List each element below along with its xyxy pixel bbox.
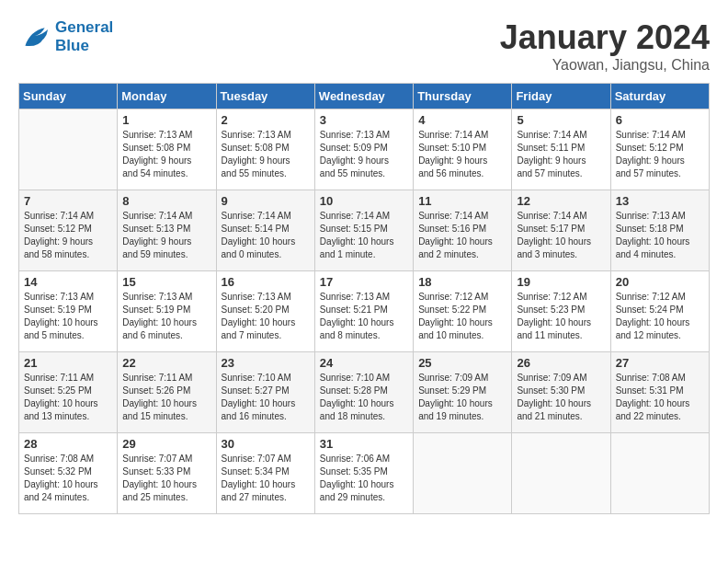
day-number: 2 <box>222 113 310 127</box>
day-number: 14 <box>24 275 112 289</box>
calendar-cell: 12Sunrise: 7:14 AM Sunset: 5:17 PM Dayli… <box>512 190 610 271</box>
day-number: 26 <box>517 356 605 370</box>
day-number: 12 <box>517 194 605 208</box>
day-number: 1 <box>122 113 210 127</box>
calendar-cell: 14Sunrise: 7:13 AM Sunset: 5:19 PM Dayli… <box>19 271 118 352</box>
day-info: Sunrise: 7:14 AM Sunset: 5:16 PM Dayligh… <box>418 210 506 261</box>
calendar-cell: 29Sunrise: 7:07 AM Sunset: 5:33 PM Dayli… <box>118 433 216 514</box>
day-info: Sunrise: 7:10 AM Sunset: 5:28 PM Dayligh… <box>320 372 408 423</box>
day-info: Sunrise: 7:13 AM Sunset: 5:18 PM Dayligh… <box>616 210 704 261</box>
day-number: 10 <box>320 194 408 208</box>
day-info: Sunrise: 7:06 AM Sunset: 5:35 PM Dayligh… <box>320 453 408 504</box>
day-info: Sunrise: 7:14 AM Sunset: 5:12 PM Dayligh… <box>24 210 112 261</box>
day-info: Sunrise: 7:12 AM Sunset: 5:24 PM Dayligh… <box>616 291 704 342</box>
day-number: 28 <box>24 437 112 451</box>
day-number: 24 <box>320 356 408 370</box>
calendar-cell: 31Sunrise: 7:06 AM Sunset: 5:35 PM Dayli… <box>314 433 413 514</box>
calendar-cell: 28Sunrise: 7:08 AM Sunset: 5:32 PM Dayli… <box>19 433 118 514</box>
calendar-cell <box>512 433 610 514</box>
weekday-header-monday: Monday <box>118 84 216 109</box>
calendar-cell: 3Sunrise: 7:13 AM Sunset: 5:09 PM Daylig… <box>314 109 413 190</box>
day-number: 30 <box>222 437 310 451</box>
calendar-cell: 16Sunrise: 7:13 AM Sunset: 5:20 PM Dayli… <box>216 271 314 352</box>
weekday-header-saturday: Saturday <box>610 84 709 109</box>
calendar-title-block: January 2024 Yaowan, Jiangsu, China <box>500 18 710 74</box>
calendar-cell: 4Sunrise: 7:14 AM Sunset: 5:10 PM Daylig… <box>414 109 512 190</box>
calendar-cell: 20Sunrise: 7:12 AM Sunset: 5:24 PM Dayli… <box>610 271 709 352</box>
day-number: 20 <box>616 275 704 289</box>
calendar-cell: 30Sunrise: 7:07 AM Sunset: 5:34 PM Dayli… <box>216 433 314 514</box>
calendar-subtitle: Yaowan, Jiangsu, China <box>500 57 710 74</box>
day-info: Sunrise: 7:14 AM Sunset: 5:13 PM Dayligh… <box>122 210 210 261</box>
day-number: 18 <box>418 275 506 289</box>
day-info: Sunrise: 7:14 AM Sunset: 5:11 PM Dayligh… <box>517 129 605 180</box>
calendar-cell <box>19 109 118 190</box>
calendar-cell: 21Sunrise: 7:11 AM Sunset: 5:25 PM Dayli… <box>19 352 118 433</box>
day-info: Sunrise: 7:14 AM Sunset: 5:17 PM Dayligh… <box>517 210 605 261</box>
day-info: Sunrise: 7:08 AM Sunset: 5:31 PM Dayligh… <box>616 372 704 423</box>
weekday-header-row: SundayMondayTuesdayWednesdayThursdayFrid… <box>19 84 710 109</box>
day-info: Sunrise: 7:14 AM Sunset: 5:12 PM Dayligh… <box>616 129 704 180</box>
day-info: Sunrise: 7:11 AM Sunset: 5:25 PM Dayligh… <box>24 372 112 423</box>
calendar-cell: 25Sunrise: 7:09 AM Sunset: 5:29 PM Dayli… <box>414 352 512 433</box>
day-info: Sunrise: 7:10 AM Sunset: 5:27 PM Dayligh… <box>222 372 310 423</box>
day-number: 7 <box>24 194 112 208</box>
calendar-week-row: 1Sunrise: 7:13 AM Sunset: 5:08 PM Daylig… <box>19 109 710 190</box>
calendar-cell: 26Sunrise: 7:09 AM Sunset: 5:30 PM Dayli… <box>512 352 610 433</box>
calendar-cell: 5Sunrise: 7:14 AM Sunset: 5:11 PM Daylig… <box>512 109 610 190</box>
day-info: Sunrise: 7:08 AM Sunset: 5:32 PM Dayligh… <box>24 453 112 504</box>
calendar-cell: 11Sunrise: 7:14 AM Sunset: 5:16 PM Dayli… <box>414 190 512 271</box>
calendar-cell: 24Sunrise: 7:10 AM Sunset: 5:28 PM Dayli… <box>314 352 413 433</box>
logo-text: General Blue <box>55 18 113 55</box>
day-number: 6 <box>616 113 704 127</box>
weekday-header-wednesday: Wednesday <box>314 84 413 109</box>
calendar-cell: 15Sunrise: 7:13 AM Sunset: 5:19 PM Dayli… <box>118 271 216 352</box>
day-info: Sunrise: 7:13 AM Sunset: 5:19 PM Dayligh… <box>24 291 112 342</box>
day-number: 21 <box>24 356 112 370</box>
day-number: 5 <box>517 113 605 127</box>
weekday-header-thursday: Thursday <box>414 84 512 109</box>
calendar-cell <box>610 433 709 514</box>
day-number: 13 <box>616 194 704 208</box>
calendar-cell: 7Sunrise: 7:14 AM Sunset: 5:12 PM Daylig… <box>19 190 118 271</box>
calendar-cell: 8Sunrise: 7:14 AM Sunset: 5:13 PM Daylig… <box>118 190 216 271</box>
weekday-header-friday: Friday <box>512 84 610 109</box>
day-number: 3 <box>320 113 408 127</box>
day-number: 31 <box>320 437 408 451</box>
weekday-header-sunday: Sunday <box>19 84 118 109</box>
calendar-week-row: 14Sunrise: 7:13 AM Sunset: 5:19 PM Dayli… <box>19 271 710 352</box>
day-number: 8 <box>122 194 210 208</box>
day-info: Sunrise: 7:07 AM Sunset: 5:34 PM Dayligh… <box>222 453 310 504</box>
logo: General Blue <box>18 18 113 55</box>
day-info: Sunrise: 7:13 AM Sunset: 5:20 PM Dayligh… <box>222 291 310 342</box>
day-number: 29 <box>122 437 210 451</box>
day-info: Sunrise: 7:14 AM Sunset: 5:15 PM Dayligh… <box>320 210 408 261</box>
logo-icon <box>18 23 51 51</box>
day-info: Sunrise: 7:13 AM Sunset: 5:21 PM Dayligh… <box>320 291 408 342</box>
day-info: Sunrise: 7:07 AM Sunset: 5:33 PM Dayligh… <box>122 453 210 504</box>
day-info: Sunrise: 7:13 AM Sunset: 5:08 PM Dayligh… <box>222 129 310 180</box>
calendar-cell: 19Sunrise: 7:12 AM Sunset: 5:23 PM Dayli… <box>512 271 610 352</box>
day-info: Sunrise: 7:13 AM Sunset: 5:08 PM Dayligh… <box>122 129 210 180</box>
calendar-title: January 2024 <box>500 18 710 57</box>
day-number: 9 <box>222 194 310 208</box>
day-info: Sunrise: 7:14 AM Sunset: 5:14 PM Dayligh… <box>222 210 310 261</box>
day-number: 22 <box>122 356 210 370</box>
calendar-cell: 6Sunrise: 7:14 AM Sunset: 5:12 PM Daylig… <box>610 109 709 190</box>
day-number: 4 <box>418 113 506 127</box>
calendar-week-row: 28Sunrise: 7:08 AM Sunset: 5:32 PM Dayli… <box>19 433 710 514</box>
day-number: 19 <box>517 275 605 289</box>
day-info: Sunrise: 7:13 AM Sunset: 5:19 PM Dayligh… <box>122 291 210 342</box>
day-number: 16 <box>222 275 310 289</box>
day-number: 23 <box>222 356 310 370</box>
calendar-cell: 10Sunrise: 7:14 AM Sunset: 5:15 PM Dayli… <box>314 190 413 271</box>
day-number: 27 <box>616 356 704 370</box>
calendar-cell: 13Sunrise: 7:13 AM Sunset: 5:18 PM Dayli… <box>610 190 709 271</box>
weekday-header-tuesday: Tuesday <box>216 84 314 109</box>
calendar-cell: 22Sunrise: 7:11 AM Sunset: 5:26 PM Dayli… <box>118 352 216 433</box>
calendar-week-row: 21Sunrise: 7:11 AM Sunset: 5:25 PM Dayli… <box>19 352 710 433</box>
day-info: Sunrise: 7:14 AM Sunset: 5:10 PM Dayligh… <box>418 129 506 180</box>
day-info: Sunrise: 7:13 AM Sunset: 5:09 PM Dayligh… <box>320 129 408 180</box>
calendar-cell: 23Sunrise: 7:10 AM Sunset: 5:27 PM Dayli… <box>216 352 314 433</box>
day-info: Sunrise: 7:12 AM Sunset: 5:22 PM Dayligh… <box>418 291 506 342</box>
